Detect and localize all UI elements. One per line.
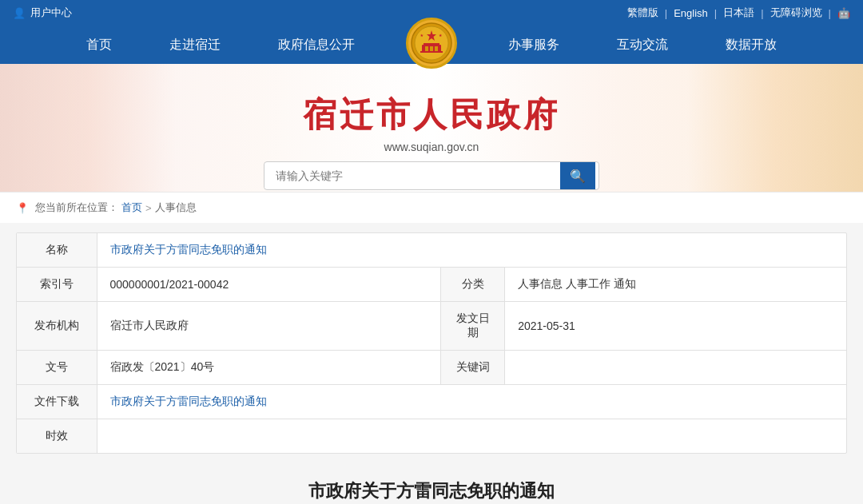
label-date: 发文日期: [441, 302, 505, 351]
value-docnum: 宿政发〔2021〕40号: [97, 351, 441, 385]
accessibility-icon: 🤖: [837, 7, 850, 19]
label-docnum: 文号: [17, 351, 97, 385]
value-download: 市政府关于方雷同志免职的通知: [97, 385, 846, 419]
value-index: 000000001/2021-00042: [97, 268, 441, 302]
emblem: [406, 18, 457, 69]
value-validity: [97, 419, 846, 454]
breadcrumb-separator: >: [145, 202, 152, 214]
table-row-index: 索引号 000000001/2021-00042 分类 人事信息 人事工作 通知: [17, 268, 846, 302]
article-title: 市政府关于方雷同志免职的通知: [0, 463, 863, 504]
traditional-link[interactable]: 繁體版: [627, 6, 658, 20]
divider4: |: [829, 7, 831, 19]
location-icon: 📍: [16, 202, 29, 214]
table-row-publisher: 发布机构 宿迁市人民政府 发文日期 2021-05-31: [17, 302, 846, 351]
nav-item-home[interactable]: 首页: [58, 26, 141, 64]
divider2: |: [714, 7, 717, 19]
download-link[interactable]: 市政府关于方雷同志免职的通知: [110, 395, 267, 407]
svg-rect-5: [425, 46, 428, 51]
value-keyword: [505, 351, 846, 385]
nav-item-services[interactable]: 办事服务: [479, 26, 588, 64]
value-date: 2021-05-31: [505, 302, 846, 351]
svg-rect-7: [435, 46, 438, 51]
breadcrumb-prefix: 您当前所在位置：: [35, 200, 118, 215]
label-validity: 时效: [17, 419, 97, 454]
divider1: |: [665, 7, 667, 19]
user-icon: 👤: [13, 7, 26, 19]
table-row-download: 文件下载 市政府关于方雷同志免职的通知: [17, 385, 846, 419]
svg-rect-3: [424, 43, 439, 46]
label-name: 名称: [17, 233, 97, 268]
label-category: 分类: [441, 268, 505, 302]
search-bar: 🔍: [264, 161, 599, 190]
site-url: www.suqian.gov.cn: [384, 141, 479, 153]
info-table: 名称 市政府关于方雷同志免职的通知 索引号 000000001/2021-000…: [17, 233, 846, 453]
japanese-link[interactable]: 日本語: [723, 6, 754, 20]
table-row-validity: 时效: [17, 419, 846, 454]
value-name: 市政府关于方雷同志免职的通知: [97, 233, 846, 268]
label-index: 索引号: [17, 268, 97, 302]
value-category: 人事信息 人事工作 通知: [505, 268, 846, 302]
label-publisher: 发布机构: [17, 302, 97, 351]
main-content: 名称 市政府关于方雷同志免职的通知 索引号 000000001/2021-000…: [16, 232, 847, 454]
table-row-docnum: 文号 宿政发〔2021〕40号 关键词: [17, 351, 846, 385]
svg-rect-6: [430, 46, 433, 51]
accessible-link[interactable]: 无障碍浏览: [770, 6, 822, 20]
english-link[interactable]: English: [674, 7, 708, 19]
breadcrumb: 📍 您当前所在位置： 首页 > 人事信息: [0, 192, 863, 223]
label-keyword: 关键词: [441, 351, 505, 385]
nav-item-gov-info[interactable]: 政府信息公开: [249, 26, 384, 64]
search-input[interactable]: [264, 164, 560, 188]
header-content: 宿迁市人民政府 www.suqian.gov.cn 🔍: [0, 64, 863, 190]
search-button[interactable]: 🔍: [560, 162, 595, 189]
site-title: 宿迁市人民政府: [303, 93, 560, 137]
header: 宿迁市人民政府 www.suqian.gov.cn 🔍: [0, 64, 863, 192]
nav-item-data-open[interactable]: 数据开放: [697, 26, 805, 64]
table-row-name: 名称 市政府关于方雷同志免职的通知: [17, 233, 846, 268]
label-download: 文件下载: [17, 385, 97, 419]
top-bar-left: 👤 用户中心: [13, 6, 72, 20]
nav-item-interaction[interactable]: 互动交流: [588, 26, 697, 64]
svg-rect-4: [420, 51, 443, 53]
divider3: |: [761, 7, 763, 19]
breadcrumb-home[interactable]: 首页: [121, 200, 142, 215]
breadcrumb-current: 人事信息: [155, 200, 197, 215]
top-bar-right: 繁體版 | English | 日本語 | 无障碍浏览 | 🤖: [627, 6, 850, 20]
value-publisher: 宿迁市人民政府: [97, 302, 441, 351]
name-link[interactable]: 市政府关于方雷同志免职的通知: [110, 243, 267, 256]
emblem-circle: [406, 18, 457, 69]
nav-item-about[interactable]: 走进宿迁: [141, 26, 249, 64]
user-center-link[interactable]: 用户中心: [30, 6, 72, 20]
